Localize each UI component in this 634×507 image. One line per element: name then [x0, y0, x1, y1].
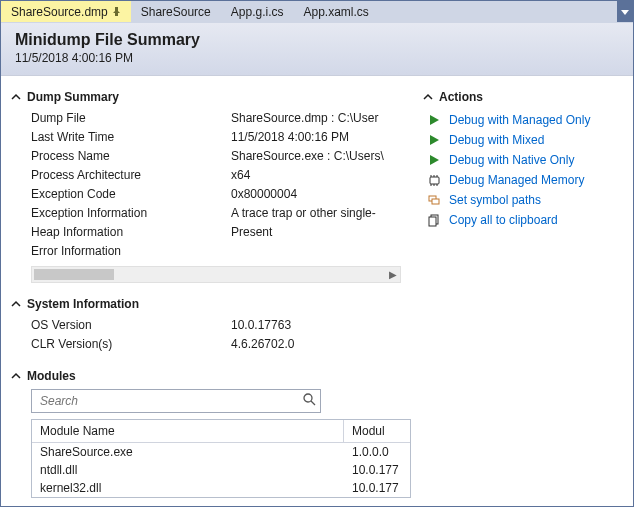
action-label: Set symbol paths — [449, 193, 541, 207]
column-header-module-version[interactable]: Modul — [344, 420, 410, 442]
svg-line-1 — [311, 401, 315, 405]
action-label: Debug with Mixed — [449, 133, 544, 147]
tabstrip-spacer — [379, 1, 617, 22]
tab-label: ShareSource — [141, 5, 211, 19]
modules-table: Module Name Modul ShareSource.exe1.0.0.0… — [31, 419, 411, 498]
action-copy-all-to-clipboard[interactable]: Copy all to clipboard — [427, 210, 623, 230]
kv-key: Last Write Time — [31, 129, 231, 146]
vs-minidump-window: ShareSource.dmp ShareSource App.g.i.cs A… — [0, 0, 634, 507]
kv-key: Heap Information — [31, 224, 231, 241]
section-toggle-actions[interactable]: Actions — [423, 86, 623, 110]
kv-row: Heap InformationPresent — [11, 224, 423, 243]
kv-value: Present — [231, 224, 423, 241]
section-heading: Dump Summary — [27, 90, 119, 104]
chevron-up-icon — [423, 92, 433, 102]
kv-key: Exception Code — [31, 186, 231, 203]
kv-key: Error Information — [31, 243, 231, 260]
tab-app-xaml-cs[interactable]: App.xaml.cs — [293, 1, 378, 22]
cell-module-version: 1.0.0.0 — [352, 445, 402, 459]
document-tabstrip: ShareSource.dmp ShareSource App.g.i.cs A… — [1, 1, 633, 23]
paths-icon — [427, 193, 441, 207]
tab-overflow-dropdown[interactable] — [617, 1, 633, 22]
summary-header: Minidump File Summary 11/5/2018 4:00:16 … — [1, 23, 633, 76]
action-set-symbol-paths[interactable]: Set symbol paths — [427, 190, 623, 210]
kv-value: 4.6.26702.0 — [231, 336, 423, 353]
cell-module-name: ntdll.dll — [40, 463, 352, 477]
svg-point-0 — [304, 394, 312, 402]
section-heading: System Information — [27, 297, 139, 311]
kv-row: OS Version10.0.17763 — [11, 317, 423, 336]
play-icon — [427, 153, 441, 167]
kv-row: Exception InformationA trace trap or oth… — [11, 205, 423, 224]
kv-key: Dump File — [31, 110, 231, 127]
action-label: Debug with Managed Only — [449, 113, 590, 127]
action-label: Copy all to clipboard — [449, 213, 558, 227]
kv-key: OS Version — [31, 317, 231, 334]
cell-module-name: kernel32.dll — [40, 481, 352, 495]
right-column: Actions Debug with Managed OnlyDebug wit… — [423, 76, 633, 506]
table-row[interactable]: kernel32.dll10.0.177 — [32, 479, 410, 497]
section-heading: Modules — [27, 369, 76, 383]
tab-label: App.g.i.cs — [231, 5, 284, 19]
cell-module-version: 10.0.177 — [352, 463, 402, 477]
tab-label: ShareSource.dmp — [11, 5, 108, 19]
section-toggle-system-information[interactable]: System Information — [11, 293, 423, 317]
chevron-up-icon — [11, 299, 21, 309]
kv-key: Exception Information — [31, 205, 231, 222]
page-title: Minidump File Summary — [15, 31, 619, 49]
action-label: Debug with Native Only — [449, 153, 574, 167]
action-debug-with-native-only[interactable]: Debug with Native Only — [427, 150, 623, 170]
kv-row: CLR Version(s)4.6.26702.0 — [11, 336, 423, 355]
action-debug-managed-memory[interactable]: Debug Managed Memory — [427, 170, 623, 190]
action-debug-with-mixed[interactable]: Debug with Mixed — [427, 130, 623, 150]
table-row[interactable]: ntdll.dll10.0.177 — [32, 461, 410, 479]
kv-key: Process Name — [31, 148, 231, 165]
modules-table-header: Module Name Modul — [32, 420, 410, 443]
cell-module-version: 10.0.177 — [352, 481, 402, 495]
kv-row: Exception Code0x80000004 — [11, 186, 423, 205]
tab-sharesource[interactable]: ShareSource — [131, 1, 221, 22]
dump-summary-hscrollbar[interactable]: ▶ — [31, 266, 401, 283]
module-search-input[interactable] — [38, 393, 303, 409]
action-debug-with-managed-only[interactable]: Debug with Managed Only — [427, 110, 623, 130]
scrollbar-right-arrow-icon[interactable]: ▶ — [387, 269, 398, 280]
page-timestamp: 11/5/2018 4:00:16 PM — [15, 51, 619, 65]
tab-label: App.xaml.cs — [303, 5, 368, 19]
chevron-up-icon — [11, 371, 21, 381]
kv-value: 10.0.17763 — [231, 317, 423, 334]
kv-value: 0x80000004 — [231, 186, 423, 203]
modules-block: Module Name Modul ShareSource.exe1.0.0.0… — [11, 389, 423, 498]
cell-module-name: ShareSource.exe — [40, 445, 352, 459]
tab-sharesource-dmp[interactable]: ShareSource.dmp — [1, 1, 131, 22]
kv-value — [231, 243, 423, 260]
play-icon — [427, 133, 441, 147]
section-toggle-dump-summary[interactable]: Dump Summary — [11, 86, 423, 110]
kv-row: Error Information — [11, 243, 423, 262]
section-heading: Actions — [439, 90, 483, 104]
copy-icon — [427, 213, 441, 227]
kv-value: A trace trap or other single- — [231, 205, 423, 222]
pin-icon[interactable] — [112, 7, 121, 16]
summary-body: Dump Summary Dump FileShareSource.dmp : … — [1, 76, 633, 506]
module-search[interactable] — [31, 389, 321, 413]
left-column: Dump Summary Dump FileShareSource.dmp : … — [1, 76, 423, 506]
chevron-up-icon — [11, 92, 21, 102]
kv-key: Process Architecture — [31, 167, 231, 184]
kv-value: 11/5/2018 4:00:16 PM — [231, 129, 423, 146]
search-icon[interactable] — [303, 393, 316, 409]
svg-rect-12 — [429, 217, 436, 226]
section-toggle-modules[interactable]: Modules — [11, 365, 423, 389]
memory-icon — [427, 173, 441, 187]
kv-key: CLR Version(s) — [31, 336, 231, 353]
kv-row: Last Write Time11/5/2018 4:00:16 PM — [11, 129, 423, 148]
tab-app-g-i-cs[interactable]: App.g.i.cs — [221, 1, 294, 22]
kv-row: Process NameShareSource.exe : C:\Users\ — [11, 148, 423, 167]
kv-row: Process Architecturex64 — [11, 167, 423, 186]
scrollbar-thumb[interactable] — [34, 269, 114, 280]
table-row[interactable]: ShareSource.exe1.0.0.0 — [32, 443, 410, 461]
play-icon — [427, 113, 441, 127]
kv-value: ShareSource.exe : C:\Users\ — [231, 148, 423, 165]
svg-rect-2 — [430, 177, 439, 184]
action-label: Debug Managed Memory — [449, 173, 584, 187]
column-header-module-name[interactable]: Module Name — [32, 420, 344, 442]
